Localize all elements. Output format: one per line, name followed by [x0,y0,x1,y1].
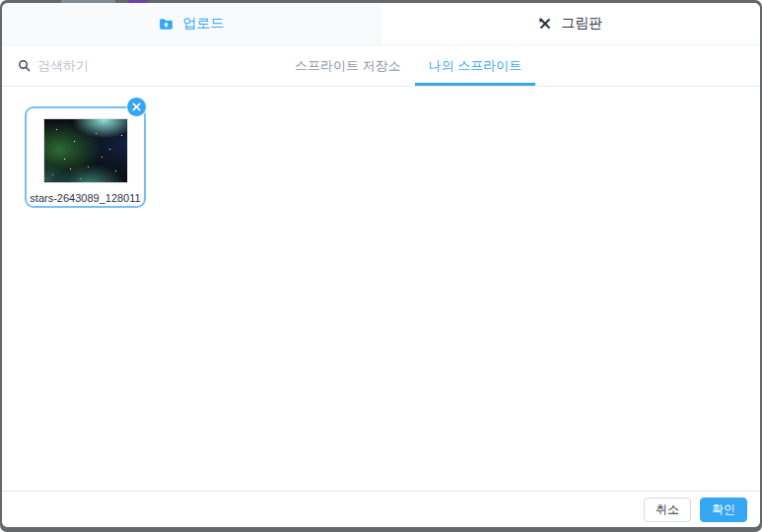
tab-upload[interactable]: 업로드 [2,3,381,44]
subtab-sprite-library[interactable]: 스프라이트 저장소 [281,45,415,86]
dialog-footer: 취소 확인 [2,491,760,527]
sprite-grid: stars-2643089_128011 [2,88,760,491]
filter-bar: 스프라이트 저장소 나의 스프라이트 [2,45,760,87]
cancel-button[interactable]: 취소 [644,498,691,522]
dialog-tabbar: 업로드 그림판 [2,3,760,45]
sprite-card[interactable]: stars-2643089_128011 [25,106,146,208]
remove-sprite-button[interactable] [126,97,147,117]
subtabs: 스프라이트 저장소 나의 스프라이트 [281,45,535,86]
close-icon [132,102,141,111]
tab-paint[interactable]: 그림판 [381,3,761,44]
sprite-name-label: stars-2643089_128011 [30,192,140,204]
sprite-upload-dialog: 업로드 그림판 [2,3,760,527]
search-input[interactable] [37,58,235,73]
sprite-thumbnail-image [43,118,128,183]
confirm-button[interactable]: 확인 [700,498,747,522]
search-icon [18,59,31,72]
paint-tools-icon [538,17,552,31]
tab-upload-label: 업로드 [182,15,224,33]
upload-folder-icon [159,17,173,32]
screenshot-root: 업로드 그림판 [0,0,762,532]
tab-paint-label: 그림판 [561,15,602,33]
search-box [18,45,235,86]
subtab-my-sprites[interactable]: 나의 스프라이트 [415,45,536,86]
thumbnail-stars-decoration [44,119,45,120]
